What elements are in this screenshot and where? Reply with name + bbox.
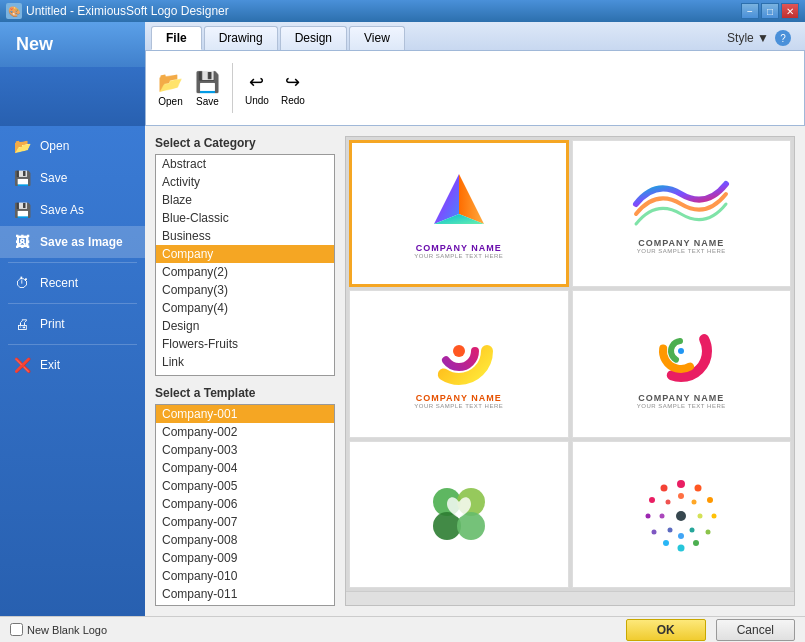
logo-grid: COMPANY NAME YOUR SAMPLE TEXT HERE	[346, 137, 794, 591]
sidebar-item-save[interactable]: 💾 Save	[0, 162, 145, 194]
logo-3-name: COMPANY NAME	[416, 393, 502, 403]
logo-cell-2[interactable]: COMPANY NAME YOUR SAMPLE TEXT HERE	[572, 140, 792, 287]
list-item[interactable]: Company-008	[156, 531, 334, 549]
svg-point-2	[453, 345, 465, 357]
list-item-selected[interactable]: Company	[156, 245, 334, 263]
category-title: Select a Category	[155, 136, 335, 150]
list-item-selected[interactable]: Company-001	[156, 405, 334, 423]
list-item[interactable]: Company-004	[156, 459, 334, 477]
list-item[interactable]: Company-002	[156, 423, 334, 441]
template-listbox[interactable]: Company-001 Company-002 Company-003 Comp…	[156, 405, 334, 605]
blank-logo-option[interactable]: New Blank Logo	[10, 623, 107, 636]
svg-point-22	[661, 485, 668, 492]
svg-point-17	[678, 545, 685, 552]
logo-5-container	[350, 442, 568, 587]
svg-point-18	[663, 540, 669, 546]
app-icon: 🎨	[6, 3, 22, 19]
recent-icon: ⏱	[12, 273, 32, 293]
close-button[interactable]: ✕	[781, 3, 799, 19]
help-icon: ?	[775, 30, 791, 46]
ribbon-open[interactable]: 📂 Open	[154, 66, 187, 111]
list-item[interactable]: Company-011	[156, 585, 334, 603]
save-as-icon: 💾	[12, 200, 32, 220]
list-item[interactable]: Design	[156, 317, 334, 335]
list-item[interactable]: Company(3)	[156, 281, 334, 299]
logo-3-sub: YOUR SAMPLE TEXT HERE	[414, 403, 503, 409]
save-label: Save	[40, 171, 67, 185]
list-item[interactable]: Link	[156, 353, 334, 371]
list-item[interactable]: Company-010	[156, 567, 334, 585]
template-title: Select a Template	[155, 386, 335, 400]
new-button[interactable]: New	[0, 22, 145, 67]
tab-drawing[interactable]: Drawing	[204, 26, 278, 50]
sidebar-item-print[interactable]: 🖨 Print	[0, 308, 145, 340]
ribbon-save[interactable]: 💾 Save	[191, 66, 224, 111]
new-label: New	[16, 34, 53, 55]
category-listbox[interactable]: Abstract Activity Blaze Blue-Classic Bus…	[156, 155, 334, 375]
svg-point-6	[678, 348, 684, 354]
ribbon-undo[interactable]: ↩ Undo	[241, 67, 273, 110]
save-as-image-label: Save as Image	[40, 235, 123, 249]
logo-6-svg	[636, 474, 726, 554]
logo-cell-5[interactable]	[349, 441, 569, 588]
svg-point-14	[712, 514, 717, 519]
ok-button[interactable]: OK	[626, 619, 706, 641]
list-item[interactable]: Company-006	[156, 495, 334, 513]
tab-view[interactable]: View	[349, 26, 405, 50]
svg-point-31	[676, 511, 686, 521]
recent-label: Recent	[40, 276, 78, 290]
blank-logo-checkbox[interactable]	[10, 623, 23, 636]
list-item[interactable]: Flowers-Fruits	[156, 335, 334, 353]
logo-4-container: COMPANY NAME YOUR SAMPLE TEXT HERE	[573, 291, 791, 436]
logo-4-name: COMPANY NAME	[638, 393, 724, 403]
list-item[interactable]: Company-003	[156, 441, 334, 459]
print-icon: 🖨	[12, 314, 32, 334]
tab-design[interactable]: Design	[280, 26, 347, 50]
logo-3-container: COMPANY NAME YOUR SAMPLE TEXT HERE	[350, 291, 568, 436]
list-item[interactable]: Blaze	[156, 191, 334, 209]
list-item[interactable]: Company(4)	[156, 299, 334, 317]
svg-point-24	[692, 500, 697, 505]
list-item[interactable]: Blue-Classic	[156, 209, 334, 227]
titlebar: 🎨 Untitled - EximiousSoft Logo Designer …	[0, 0, 805, 22]
sidebar-item-save-as-image[interactable]: 🖼 Save as Image	[0, 226, 145, 258]
style-dropdown[interactable]: Style ▼ ?	[727, 26, 799, 50]
cancel-button[interactable]: Cancel	[716, 619, 795, 641]
list-item[interactable]: Abstract	[156, 155, 334, 173]
titlebar-controls[interactable]: − □ ✕	[741, 3, 799, 19]
logo-cell-4[interactable]: COMPANY NAME YOUR SAMPLE TEXT HERE	[572, 290, 792, 437]
grid-scrollbar[interactable]	[346, 591, 794, 605]
maximize-button[interactable]: □	[761, 3, 779, 19]
template-listbox-wrapper: Company-001 Company-002 Company-003 Comp…	[155, 404, 335, 606]
logo-cell-1[interactable]: COMPANY NAME YOUR SAMPLE TEXT HERE	[349, 140, 569, 287]
ribbon-save-label: Save	[196, 96, 219, 107]
svg-point-30	[666, 500, 671, 505]
list-item[interactable]: Company(2)	[156, 263, 334, 281]
window-title: Untitled - EximiousSoft Logo Designer	[26, 4, 229, 18]
bottombar: New Blank Logo OK Cancel	[0, 616, 805, 642]
svg-point-16	[693, 540, 699, 546]
list-item[interactable]: Business	[156, 227, 334, 245]
sidebar-item-open[interactable]: 📂 Open	[0, 130, 145, 162]
list-item[interactable]: Company-007	[156, 513, 334, 531]
titlebar-left: 🎨 Untitled - EximiousSoft Logo Designer	[6, 3, 229, 19]
sidebar-item-recent[interactable]: ⏱ Recent	[0, 267, 145, 299]
svg-point-27	[678, 533, 684, 539]
sidebar-item-save-as[interactable]: 💾 Save As	[0, 194, 145, 226]
list-item[interactable]: Company-009	[156, 549, 334, 567]
logo-cell-6[interactable]	[572, 441, 792, 588]
panels: Select a Category Abstract Activity Blaz…	[155, 136, 795, 606]
list-item[interactable]: Misc	[156, 371, 334, 375]
tab-file[interactable]: File	[151, 26, 202, 50]
save-image-icon: 🖼	[12, 232, 32, 252]
list-item[interactable]: Activity	[156, 173, 334, 191]
ribbon-redo[interactable]: ↪ Redo	[277, 67, 309, 110]
svg-point-29	[660, 514, 665, 519]
logo-cell-3[interactable]: COMPANY NAME YOUR SAMPLE TEXT HERE	[349, 290, 569, 437]
category-panel: Select a Category Abstract Activity Blaz…	[155, 136, 335, 376]
logo-4-sub: YOUR SAMPLE TEXT HERE	[637, 403, 726, 409]
list-item[interactable]: Company-005	[156, 477, 334, 495]
sidebar-item-exit[interactable]: ❌ Exit	[0, 349, 145, 381]
list-item[interactable]: Company-012	[156, 603, 334, 605]
minimize-button[interactable]: −	[741, 3, 759, 19]
